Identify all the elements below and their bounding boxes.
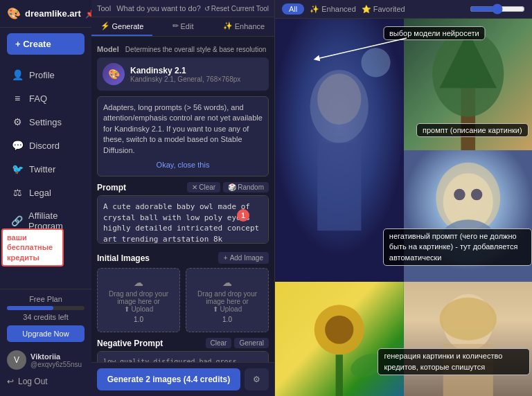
svg-rect-22 (443, 344, 493, 396)
gallery-image-5[interactable] (404, 282, 533, 396)
neg-clear-label: Clear (211, 339, 227, 347)
sidebar-item-settings[interactable]: ⚙ Settings (3, 111, 89, 133)
edit-tab-label: Edit (181, 22, 194, 30)
add-image-button[interactable]: + Add Image (218, 252, 269, 264)
favorited-icon: ⭐ (362, 5, 371, 14)
upload-icon-1: ☁ (102, 277, 175, 288)
upload-label-2: ⬆ Upload (190, 305, 264, 313)
settings-btn-icon: ⚙ (253, 375, 260, 384)
tab-favorited[interactable]: ⭐ Favorited (362, 5, 405, 14)
sidebar-bottom: Free Plan 34 credits left Upgrade Now V … (0, 289, 91, 396)
clear-neg-button[interactable]: Clear (206, 338, 232, 348)
affiliate-icon: 🔗 (11, 215, 23, 226)
dropzone-1[interactable]: ☁ Drag and drop your image here or ⬆ Upl… (97, 268, 180, 332)
sidebar-item-faq[interactable]: ≡ FAQ (3, 87, 89, 109)
logo-text: dreamlike.art (25, 8, 81, 19)
random-prompt-button[interactable]: 🎲 Random (223, 182, 269, 192)
reset-button[interactable]: ↺ Reset Current Tool (204, 5, 269, 12)
gallery-grid (275, 19, 532, 393)
toolbar: Tool What do you want to do? ↺ Reset Cur… (91, 0, 274, 17)
svg-point-14 (439, 219, 496, 262)
sidebar-item-label: Settings (29, 117, 62, 127)
upload-icon-2: ☁ (190, 277, 264, 288)
gallery-image-1[interactable] (275, 19, 404, 282)
model-avatar: 🎨 (103, 63, 125, 85)
tab-enhanced[interactable]: ✨ Enhanced (310, 5, 356, 14)
clear-prompt-button[interactable]: ✕ Clear (187, 182, 220, 192)
gallery-size-slider[interactable] (470, 3, 525, 15)
image-dropzones: ☁ Drag and drop your image here or ⬆ Upl… (97, 268, 269, 332)
legal-icon: ⚖ (11, 187, 24, 198)
sidebar-item-twitter[interactable]: 🐦 Twitter (3, 158, 89, 180)
sidebar-item-affiliate[interactable]: 🔗 Affiliate Program (3, 205, 89, 237)
add-image-label: Add Image (230, 254, 263, 262)
model-name: Kandinsky 2.1 (130, 66, 240, 75)
logout-item[interactable]: ↩ Log Out (7, 372, 85, 390)
credits-bar-bg (7, 306, 85, 310)
settings-button[interactable]: ⚙ (245, 368, 269, 390)
dropzone-text-1: Drag and drop your image here or (102, 290, 175, 305)
clear-label: Clear (199, 183, 215, 191)
model-selector[interactable]: 🎨 Kandinsky 2.1 Kandinsky 2.1, General, … (97, 57, 269, 91)
initial-images-label: Initial Images (97, 253, 150, 263)
sidebar-item-label: Legal (29, 188, 51, 198)
plan-label: Free Plan (7, 295, 85, 303)
svg-point-3 (317, 73, 361, 125)
enhance-tab-label: Enhance (235, 22, 265, 30)
dropzone-slider-2: 1.0 (190, 316, 264, 323)
discord-icon: 💬 (11, 140, 24, 151)
what-label: What do you want to do? (116, 4, 201, 12)
prompt-header: Prompt ✕ Clear 🎲 Random (97, 182, 269, 192)
neg-general-label: General (239, 339, 264, 347)
random-icon: 🎲 (228, 183, 236, 191)
model-label: Model (97, 45, 119, 53)
model-info: Kandinsky 2.1 Kandinsky 2.1, General, 76… (130, 66, 240, 83)
general-neg-button[interactable]: General (234, 338, 269, 348)
create-label: + Create (15, 39, 51, 49)
random-label: Random (238, 183, 264, 191)
tool-tabs: ⚡ Generate ✏ Edit ✨ Enhance (91, 17, 274, 37)
model-section-label: Model Determines the overall style & bas… (97, 45, 269, 53)
user-handle: @exqvy6z55nsu (30, 361, 82, 368)
alert-text: Adapters, long prompts (> 56 words), and… (103, 103, 263, 154)
svg-rect-18 (336, 354, 343, 396)
gallery-top-bar: All ✨ Enhanced ⭐ Favorited (275, 0, 532, 19)
enhance-tab-icon: ✨ (223, 21, 233, 30)
create-button[interactable]: + Create (7, 33, 85, 55)
svg-point-4 (361, 48, 390, 77)
logout-label: Log Out (18, 377, 48, 386)
model-description: Kandinsky 2.1, General, 768×768px (130, 75, 240, 83)
enhanced-label: Enhanced (321, 5, 356, 13)
tab-generate[interactable]: ⚡ Generate (91, 17, 152, 36)
tab-edit[interactable]: ✏ Edit (152, 17, 213, 36)
gallery-image-2[interactable] (404, 19, 533, 150)
tab-all[interactable]: All (282, 3, 304, 15)
reset-icon: ↺ (204, 5, 210, 12)
gallery-image-4[interactable] (275, 282, 404, 396)
favorited-label: Favorited (373, 5, 405, 13)
sidebar-item-discord[interactable]: 💬 Discord (3, 134, 89, 156)
sidebar-item-legal[interactable]: ⚖ Legal (3, 181, 89, 204)
logo: 🎨 dreamlike.art 📌 (0, 0, 91, 28)
sidebar: 🎨 dreamlike.art 📌 + Create 👤 Profile ≡ F… (0, 0, 91, 396)
negative-prompt-header: Negative Prompt Clear General (97, 338, 269, 348)
alert-close[interactable]: Okay, close this (103, 160, 263, 170)
gallery-image-3[interactable] (404, 150, 533, 282)
profile-icon: 👤 (11, 69, 24, 80)
generate-button[interactable]: Generate 2 images (4.4 credits) (97, 368, 240, 390)
dropzone-2[interactable]: ☁ Drag and drop your image here or ⬆ Upl… (186, 268, 269, 332)
upgrade-button[interactable]: Upgrade Now (7, 325, 85, 342)
prompt-wrapper: A cute adorable baby owl made of crystal… (97, 195, 269, 246)
edit-tab-icon: ✏ (172, 21, 179, 30)
enhanced-icon: ✨ (310, 5, 319, 14)
neg-buttons: Clear General (206, 338, 269, 348)
tool-label: Tool (97, 4, 111, 12)
user-details: Viktoriia @exqvy6z55nsu (30, 352, 82, 368)
sidebar-item-label: FAQ (29, 93, 47, 104)
faq-icon: ≡ (11, 93, 24, 104)
tab-enhance[interactable]: ✨ Enhance (213, 17, 274, 36)
dropzone-slider-1: 1.0 (102, 316, 175, 323)
negative-prompt-textarea[interactable]: low quality disfigured bad gross disgust… (97, 351, 269, 362)
sidebar-item-profile[interactable]: 👤 Profile (3, 64, 89, 86)
svg-point-12 (454, 189, 465, 200)
